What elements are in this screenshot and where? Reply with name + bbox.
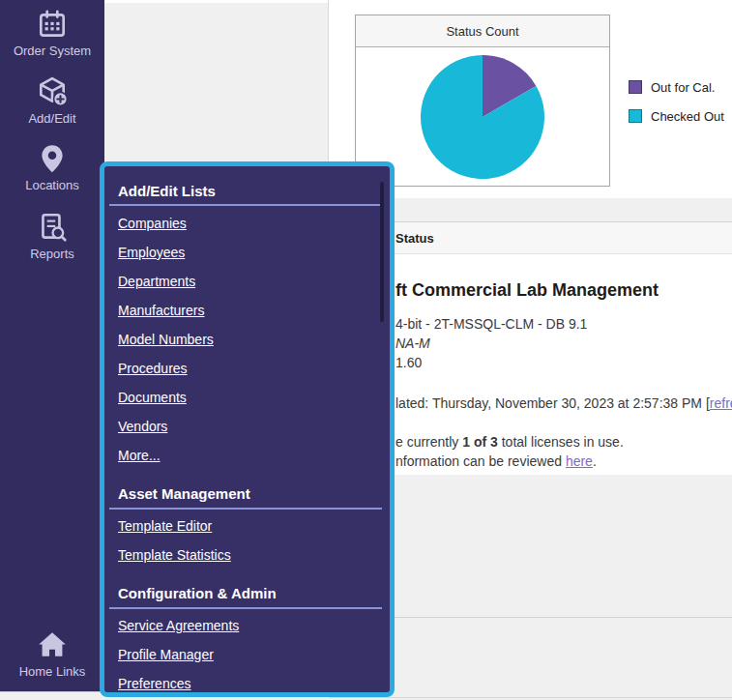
sidebar: Order System Add/Edit Locations Reports xyxy=(0,0,104,691)
pie-chart xyxy=(356,47,611,187)
sidebar-item-label: Reports xyxy=(0,247,104,261)
map-pin-icon xyxy=(36,142,69,175)
section-divider-rule xyxy=(109,508,382,510)
sidebar-item-label: Locations xyxy=(0,178,104,192)
license-text: e currently xyxy=(395,434,462,450)
menu-link-template-editor[interactable]: Template Editor xyxy=(118,518,212,536)
menu-link-documents[interactable]: Documents xyxy=(118,390,187,407)
legend-label: Out for Cal. xyxy=(651,80,715,95)
section-divider-rule xyxy=(109,204,382,206)
top-strip xyxy=(104,0,329,3)
sidebar-item-add-edit[interactable]: Add/Edit xyxy=(0,75,104,126)
chart-legend: Out for Cal. Checked Out xyxy=(629,77,724,135)
menu-link-manufacturers[interactable]: Manufacturers xyxy=(118,303,204,320)
license-count-line: e currently 1 of 3 total licenses in use… xyxy=(395,432,624,452)
legend-row: Checked Out xyxy=(629,106,724,126)
here-link[interactable]: here xyxy=(566,453,593,469)
legend-label: Checked Out xyxy=(651,109,724,124)
menu-link-model-numbers[interactable]: Model Numbers xyxy=(118,332,214,349)
section-divider-rule xyxy=(109,607,382,609)
license-count: 1 of 3 xyxy=(462,434,498,450)
sidebar-item-label: Order System xyxy=(0,44,104,58)
last-updated-line: lated: Thursday, November 30, 2023 at 2:… xyxy=(395,395,732,411)
status-section-title: Status xyxy=(395,222,434,254)
legend-swatch-checked-out xyxy=(629,109,642,123)
database-line: NA-M xyxy=(395,334,587,353)
menu-link-procedures[interactable]: Procedures xyxy=(118,361,188,378)
report-search-icon xyxy=(36,211,69,244)
add-edit-popup-menu: Add/Edit Lists Companies Employees Depar… xyxy=(100,161,395,697)
review-text: nformation can be reviewed xyxy=(395,453,566,469)
sidebar-item-label: Home Links xyxy=(0,664,104,679)
sidebar-item-reports[interactable]: Reports xyxy=(0,211,104,261)
home-icon xyxy=(36,628,69,661)
legend-swatch-out-for-cal xyxy=(629,80,642,94)
menu-link-vendors[interactable]: Vendors xyxy=(118,419,167,436)
menu-link-departments[interactable]: Departments xyxy=(118,274,195,291)
legend-row: Out for Cal. xyxy=(629,77,724,97)
version-line: 1.60 xyxy=(395,353,587,372)
menu-link-template-statistics[interactable]: Template Statistics xyxy=(118,547,231,565)
popup-section-title: Add/Edit Lists xyxy=(118,183,216,200)
section-divider xyxy=(329,697,732,698)
build-line: 4-bit - 2T-MSSQL-CLM - DB 9.1 xyxy=(395,314,587,334)
sidebar-item-order-system[interactable]: Order System xyxy=(0,8,104,58)
license-info: e currently 1 of 3 total licenses in use… xyxy=(395,432,624,471)
menu-link-service-agreements[interactable]: Service Agreements xyxy=(118,618,239,635)
calendar-icon xyxy=(36,8,69,41)
last-updated-text: lated: Thursday, November 30, 2023 at 2:… xyxy=(395,395,710,411)
product-title: ft Commercial Lab Management xyxy=(395,280,659,301)
menu-link-profile-manager[interactable]: Profile Manager xyxy=(118,647,214,664)
version-info: 4-bit - 2T-MSSQL-CLM - DB 9.1 NA-M 1.60 xyxy=(395,314,587,372)
sidebar-item-home-links[interactable]: Home Links xyxy=(0,628,104,679)
sidebar-item-label: Add/Edit xyxy=(0,111,104,126)
window-bottom-edge xyxy=(0,691,104,692)
review-text-suffix: . xyxy=(593,453,597,469)
menu-link-more[interactable]: More... xyxy=(118,448,161,465)
chart-title: Status Count xyxy=(356,15,609,47)
menu-link-companies[interactable]: Companies xyxy=(118,216,187,233)
status-count-chart-box: Status Count xyxy=(355,15,610,187)
license-review-line: nformation can be reviewed here. xyxy=(395,452,624,471)
sidebar-item-locations[interactable]: Locations xyxy=(0,142,104,192)
box-add-icon xyxy=(36,75,69,108)
popup-section-title: Asset Management xyxy=(118,485,250,503)
popup-scrollbar-thumb[interactable] xyxy=(380,182,384,322)
menu-link-preferences[interactable]: Preferences xyxy=(118,676,190,692)
popup-section-title: Configuration & Admin xyxy=(118,585,277,602)
refresh-link[interactable]: refre xyxy=(710,395,732,411)
menu-link-employees[interactable]: Employees xyxy=(118,245,185,262)
license-text-suffix: total licenses in use. xyxy=(498,434,624,450)
